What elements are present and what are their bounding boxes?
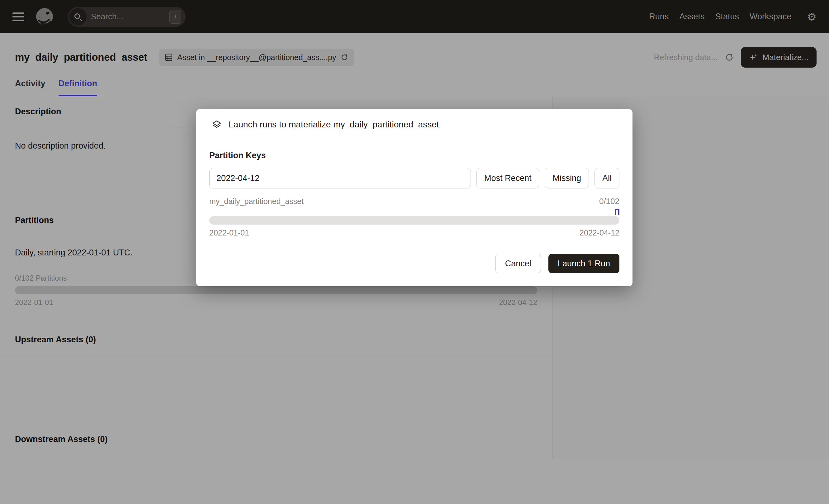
dagster-app-window: / Runs Assets Status Workspace ⚙ my_dail… <box>0 0 829 504</box>
modal-range-start: 2022-01-01 <box>209 228 249 237</box>
dialog-header: Launch runs to materialize my_daily_part… <box>196 109 633 140</box>
dialog-footer: Cancel Launch 1 Run <box>196 254 633 286</box>
partition-keys-label: Partition Keys <box>209 151 619 160</box>
modal-partition-progress-bar[interactable] <box>209 216 619 225</box>
dialog-title: Launch runs to materialize my_daily_part… <box>228 120 439 130</box>
launch-run-button[interactable]: Launch 1 Run <box>548 254 619 273</box>
cancel-button[interactable]: Cancel <box>496 254 541 273</box>
asset-layers-icon <box>212 120 222 130</box>
selection-marker-row <box>209 209 619 215</box>
modal-progress-count: 0/102 <box>599 196 619 206</box>
all-button[interactable]: All <box>594 168 619 188</box>
missing-button[interactable]: Missing <box>545 168 589 188</box>
modal-asset-name: my_daily_partitioned_asset <box>209 197 303 206</box>
dialog-body: Partition Keys Most Recent Missing All m… <box>196 140 633 237</box>
launch-runs-dialog: Launch runs to materialize my_daily_part… <box>196 109 633 286</box>
modal-range-end: 2022-04-12 <box>580 228 619 237</box>
selected-partition-marker <box>615 209 619 215</box>
most-recent-button[interactable]: Most Recent <box>476 168 539 188</box>
partition-keys-input[interactable] <box>209 168 471 188</box>
